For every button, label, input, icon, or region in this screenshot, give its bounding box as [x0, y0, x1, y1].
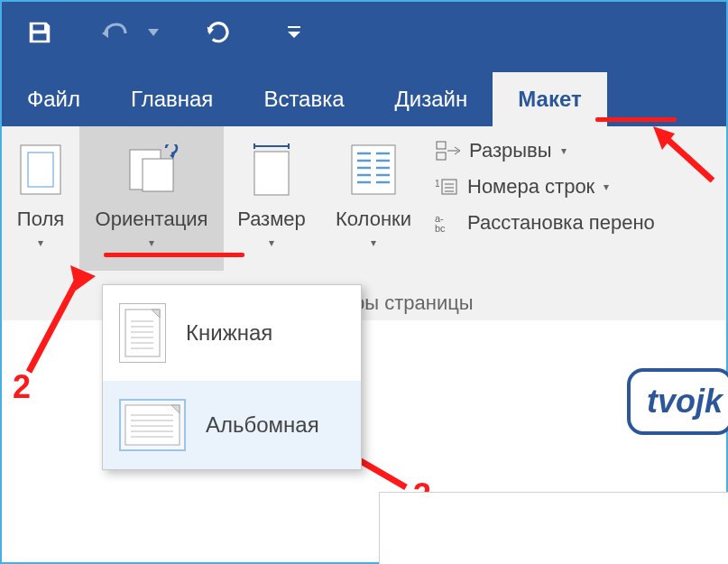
breaks-label: Разрывы	[469, 139, 552, 162]
svg-rect-29	[125, 310, 160, 356]
save-icon	[26, 19, 53, 46]
landscape-icon	[124, 404, 180, 446]
hyphenation-button[interactable]: a-bc Расстановка перено	[435, 211, 655, 235]
breaks-button[interactable]: Разрывы ▾	[435, 139, 655, 162]
svg-rect-36	[125, 405, 180, 445]
svg-rect-0	[288, 26, 300, 28]
svg-rect-5	[254, 152, 289, 195]
annotation-number-2: 2	[13, 368, 31, 406]
undo-icon	[100, 21, 131, 44]
customize-icon	[286, 24, 302, 41]
ribbon-group-label: тры страницы	[345, 291, 474, 315]
orientation-dropdown: Книжная Альбомная	[102, 284, 362, 470]
undo-dropdown[interactable]	[144, 13, 162, 52]
columns-icon	[351, 144, 396, 195]
chevron-down-icon: ▾	[269, 236, 274, 249]
chevron-down-icon: ▾	[604, 180, 609, 193]
chevron-down-icon	[148, 29, 159, 36]
orientation-button[interactable]: Ориентация ▾	[79, 126, 224, 271]
tab-design[interactable]: Дизайн	[370, 72, 493, 126]
line-numbers-label: Номера строк	[467, 175, 594, 199]
chevron-down-icon: ▾	[371, 236, 376, 249]
size-icon	[249, 143, 294, 197]
landscape-label: Альбомная	[206, 412, 319, 438]
undo-button[interactable]	[96, 13, 135, 52]
line-numbers-icon: 1	[435, 176, 458, 198]
svg-rect-21	[437, 153, 446, 160]
columns-button[interactable]: Колонки ▾	[319, 126, 428, 271]
margins-button[interactable]: Поля ▾	[2, 126, 79, 271]
portrait-label: Книжная	[186, 320, 272, 346]
annotation-underline-orientation	[104, 253, 244, 257]
svg-rect-4	[143, 159, 173, 191]
hyphenation-icon: a-bc	[435, 212, 458, 234]
tab-home[interactable]: Главная	[106, 72, 238, 126]
document-canvas[interactable]	[379, 492, 728, 564]
svg-text:bc: bc	[435, 223, 446, 234]
columns-label: Колонки	[336, 208, 411, 231]
size-label: Размер	[237, 208, 306, 231]
annotation-underline-layout	[595, 117, 677, 122]
customize-qat-button[interactable]	[274, 13, 314, 52]
margins-label: Поля	[17, 208, 64, 231]
svg-rect-20	[437, 142, 446, 149]
svg-text:1: 1	[435, 179, 440, 189]
title-bar	[2, 2, 726, 63]
tab-layout[interactable]: Макет	[493, 72, 606, 126]
portrait-icon	[124, 309, 161, 357]
tab-file[interactable]: Файл	[2, 72, 106, 126]
orientation-landscape-item[interactable]: Альбомная	[103, 381, 361, 469]
redo-button[interactable]	[198, 13, 238, 52]
margins-icon	[20, 144, 61, 195]
chevron-down-icon: ▾	[149, 236, 154, 249]
tab-insert[interactable]: Вставка	[238, 72, 369, 126]
watermark-badge: tvojk	[627, 368, 728, 435]
redo-icon	[205, 19, 232, 46]
line-numbers-button[interactable]: 1 Номера строк ▾	[435, 175, 655, 199]
save-button[interactable]	[20, 13, 60, 52]
chevron-down-icon: ▾	[561, 144, 567, 157]
orientation-portrait-item[interactable]: Книжная	[103, 285, 361, 381]
orientation-label: Ориентация	[96, 208, 208, 231]
breaks-icon	[435, 140, 460, 162]
svg-rect-23	[442, 180, 456, 194]
chevron-down-icon: ▾	[38, 236, 43, 249]
hyphenation-label: Расстановка перено	[467, 211, 655, 235]
orientation-icon	[124, 144, 179, 195]
size-button[interactable]: Размер ▾	[224, 126, 319, 271]
